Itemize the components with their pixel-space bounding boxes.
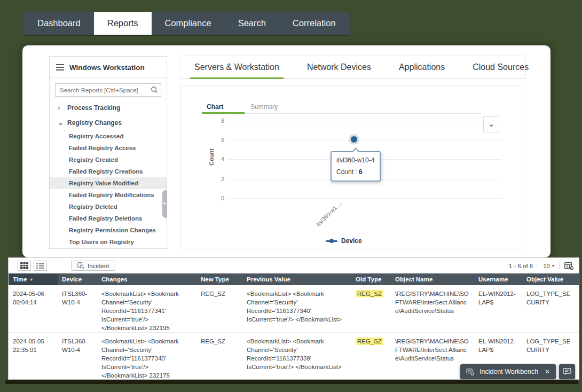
cell-old-type: REG_SZ [351, 333, 391, 380]
legend-label: Device [341, 237, 362, 245]
cell-old-type: REG_SZ [351, 285, 391, 332]
tab-applications[interactable]: Applications [385, 56, 459, 79]
list-view-icon [36, 263, 44, 269]
table-row[interactable]: 2024-05-06 00:04:14 ITSL360-W10-4 <Bookm… [9, 285, 579, 333]
search-reports-input[interactable] [55, 83, 161, 97]
nav-item-compliance[interactable]: Compliance [152, 12, 225, 35]
tab-chart[interactable]: Chart [207, 103, 223, 111]
legend-device[interactable]: Device [326, 237, 362, 245]
cell-device: ITSL360-W10-4 [58, 333, 97, 380]
y-tick-2: 2 [208, 176, 224, 182]
tab-network-devices[interactable]: Network Devices [293, 56, 385, 79]
sidebar-item-registry-value-modified[interactable]: Registry Value Modified [50, 177, 167, 189]
nav-item-correlation[interactable]: Correlation [279, 12, 349, 35]
cell-username: EL-WIN2012-LAP$ [474, 285, 522, 332]
cell-time: 2024-05-06 00:04:14 [9, 285, 58, 332]
cell-changes: <BookmarkList> <Bookmark Channel='Securi… [97, 285, 196, 332]
column-header-username[interactable]: Username [474, 276, 522, 283]
column-header-changes[interactable]: Changes [97, 276, 196, 283]
tab-summary[interactable]: Summary [250, 103, 278, 111]
highlighted-value: REG_SZ [356, 290, 383, 297]
report-search [55, 83, 161, 97]
search-icon[interactable] [151, 86, 158, 96]
sidebar-group-label: Process Tracking [67, 104, 120, 112]
sidebar-item-registry-permission-changes[interactable]: Registry Permission Changes [50, 224, 167, 236]
table-header-row: Time ▾ Device Changes New Type Previous … [9, 273, 579, 285]
gridline [229, 140, 502, 140]
sidebar-item-failed-registry-deletions[interactable]: Failed Registry Deletions [50, 213, 167, 224]
grid-view-button[interactable] [18, 261, 31, 271]
chevron-right-icon: › [58, 105, 62, 111]
workbench-label: Incident Workbench [479, 368, 539, 375]
column-settings-button[interactable] [564, 262, 573, 270]
tab-servers-workstation[interactable]: Servers & Workstation [180, 56, 293, 79]
column-header-device[interactable]: Device [58, 276, 97, 283]
window-bottom-edge [5, 380, 578, 384]
incident-search-icon [77, 262, 84, 269]
column-header-label: Time [13, 276, 27, 283]
sidebar-item-failed-registry-access[interactable]: Failed Registry Access [50, 142, 167, 154]
legend-marker-icon [326, 240, 337, 242]
sidebar-item-registry-created[interactable]: Registry Created [50, 154, 167, 166]
sidebar-item-top-users-on-registry[interactable]: Top Users on Registry [50, 236, 167, 248]
sort-caret-icon: ▾ [30, 277, 33, 282]
report-sidebar: Windows Workstation › Process Tracking ⌄… [49, 56, 167, 249]
sidebar-group-registry-changes[interactable]: ⌄ Registry Changes [50, 115, 167, 130]
menu-icon[interactable] [56, 62, 64, 72]
close-icon[interactable]: ✕ [545, 368, 550, 375]
sidebar-title: Windows Workstation [69, 64, 145, 72]
toolbar-divider [559, 262, 560, 269]
incident-workbench-bar[interactable]: Incident Workbench ✕ [460, 364, 556, 379]
tooltip-count: Count : 6 [336, 168, 375, 176]
cell-time: 2024-05-05 22:35:01 [9, 333, 58, 380]
column-header-object-name[interactable]: Object Name [391, 276, 474, 283]
feedback-button[interactable] [559, 364, 575, 379]
cell-object-name: \REGISTRY\MACHINE\SOFTWARE\InterSect All… [391, 285, 474, 332]
highlighted-value: REG_SZ [356, 338, 383, 345]
grid-view-icon [20, 262, 28, 269]
cell-new-type: REG_SZ [196, 333, 242, 380]
nav-item-reports[interactable]: Reports [94, 12, 152, 35]
incident-button-label: Incident [88, 263, 109, 269]
table-toolbar: Incident 1 - 6 of 6 10 ▾ [9, 258, 579, 272]
page-size-dropdown[interactable]: 10 ▾ [543, 263, 554, 269]
workbench-icon [466, 369, 474, 375]
cell-previous-value: <BookmarkList> <Bookmark Channel='Securi… [242, 285, 351, 332]
tooltip-device-name: itsl360-w10-4 [336, 156, 375, 164]
column-header-object-value[interactable]: Object Value [522, 276, 579, 283]
nav-item-search[interactable]: Search [225, 12, 279, 35]
list-view-button[interactable] [34, 261, 47, 271]
sidebar-item-registry-accessed[interactable]: Registry Accessed [50, 130, 167, 142]
incident-button[interactable]: Incident [71, 261, 115, 271]
column-settings-icon [564, 262, 573, 270]
sidebar-group-process-tracking[interactable]: › Process Tracking [50, 100, 167, 115]
x-tick-label: itsl360-w1 ... [308, 192, 350, 234]
data-point-itsl360-w10-4[interactable] [351, 136, 357, 143]
column-header-new-type[interactable]: New Type [196, 276, 242, 283]
sidebar-item-failed-registry-creations[interactable]: Failed Registry Creations [50, 166, 167, 177]
tooltip-count-label: Count : [336, 168, 357, 176]
chart-options-dropdown[interactable]: ⌄ [483, 116, 499, 132]
cell-changes: <BookmarkList> <Bookmark Channel='Securi… [97, 333, 196, 380]
column-header-old-type[interactable]: Old Type [351, 276, 391, 283]
sidebar-header: Windows Workstation [50, 57, 167, 78]
sidebar-item-registry-deleted[interactable]: Registry Deleted [50, 201, 167, 213]
y-tick-8: 8 [208, 117, 224, 124]
column-header-previous-value[interactable]: Previous Value [242, 276, 351, 283]
sidebar-item-failed-registry-modifications[interactable]: Failed Registry Modifications [50, 189, 167, 201]
gridline [229, 198, 502, 199]
tab-cloud-sources[interactable]: Cloud Sources [459, 56, 542, 79]
column-header-time[interactable]: Time ▾ [9, 273, 58, 285]
sidebar-collapse-handle[interactable] [162, 190, 167, 218]
y-tick-0: 0 [208, 195, 224, 201]
nav-item-dashboard[interactable]: Dashboard [24, 12, 94, 35]
top-nav-bar: Dashboard Reports Compliance Search Corr… [24, 12, 349, 35]
gridline [229, 121, 502, 121]
caret-down-icon: ▾ [552, 263, 554, 268]
cell-previous-value: <BookmarkList> <Bookmark Channel='Securi… [242, 333, 351, 380]
toolbar-right: 1 - 6 of 6 10 ▾ [509, 262, 573, 270]
chart-tooltip: itsl360-w10-4 Count : 6 [331, 151, 381, 182]
comment-icon [563, 368, 571, 375]
results-table-panel: Incident 1 - 6 of 6 10 ▾ Time ▾ Device C… [8, 257, 579, 380]
reports-panel: Windows Workstation › Process Tracking ⌄… [22, 45, 550, 257]
